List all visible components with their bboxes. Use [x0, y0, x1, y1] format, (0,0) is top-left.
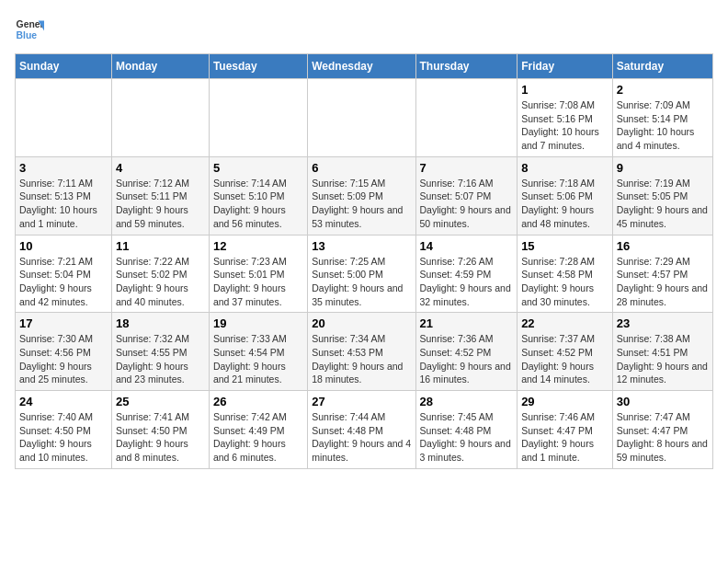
day-cell: 17Sunrise: 7:30 AMSunset: 4:56 PMDayligh… — [16, 313, 112, 391]
day-cell: 23Sunrise: 7:38 AMSunset: 4:51 PMDayligh… — [612, 313, 712, 391]
logo-icon: General Blue — [15, 15, 44, 44]
calendar-table: SundayMondayTuesdayWednesdayThursdayFrid… — [15, 53, 713, 469]
day-cell: 14Sunrise: 7:26 AMSunset: 4:59 PMDayligh… — [415, 235, 518, 313]
day-info: Sunrise: 7:42 AMSunset: 4:49 PMDaylight:… — [213, 410, 303, 465]
day-info: Sunrise: 7:14 AMSunset: 5:10 PMDaylight:… — [213, 177, 303, 231]
day-cell: 30Sunrise: 7:47 AMSunset: 4:47 PMDayligh… — [612, 391, 712, 469]
day-cell: 5Sunrise: 7:14 AMSunset: 5:10 PMDaylight… — [209, 156, 307, 235]
day-info: Sunrise: 7:15 AMSunset: 5:09 PMDaylight:… — [312, 177, 411, 231]
day-cell: 27Sunrise: 7:44 AMSunset: 4:48 PMDayligh… — [308, 391, 415, 469]
day-number: 7 — [420, 161, 514, 175]
day-number: 17 — [19, 316, 108, 330]
header-monday: Monday — [111, 54, 209, 79]
header-saturday: Saturday — [612, 54, 712, 79]
day-cell: 6Sunrise: 7:15 AMSunset: 5:09 PMDaylight… — [308, 156, 415, 235]
header-wednesday: Wednesday — [308, 54, 415, 79]
calendar-body: 1Sunrise: 7:08 AMSunset: 5:16 PMDaylight… — [16, 79, 713, 469]
day-cell: 7Sunrise: 7:16 AMSunset: 5:07 PMDaylight… — [415, 156, 518, 235]
day-cell: 29Sunrise: 7:46 AMSunset: 4:47 PMDayligh… — [518, 391, 613, 469]
day-info: Sunrise: 7:37 AMSunset: 4:52 PMDaylight:… — [521, 332, 609, 386]
day-number: 4 — [116, 161, 205, 175]
day-info: Sunrise: 7:32 AMSunset: 4:55 PMDaylight:… — [116, 332, 205, 386]
day-info: Sunrise: 7:26 AMSunset: 4:59 PMDaylight:… — [420, 255, 514, 309]
day-cell: 3Sunrise: 7:11 AMSunset: 5:13 PMDaylight… — [16, 156, 112, 235]
day-info: Sunrise: 7:19 AMSunset: 5:05 PMDaylight:… — [617, 177, 709, 231]
day-number: 26 — [213, 395, 303, 408]
day-cell: 24Sunrise: 7:40 AMSunset: 4:50 PMDayligh… — [16, 391, 112, 469]
day-info: Sunrise: 7:33 AMSunset: 4:54 PMDaylight:… — [213, 332, 303, 386]
day-info: Sunrise: 7:36 AMSunset: 4:52 PMDaylight:… — [420, 332, 514, 386]
day-info: Sunrise: 7:45 AMSunset: 4:48 PMDaylight:… — [420, 410, 514, 465]
header-thursday: Thursday — [415, 54, 518, 79]
day-info: Sunrise: 7:47 AMSunset: 4:47 PMDaylight:… — [617, 410, 709, 465]
day-number: 8 — [521, 161, 609, 175]
day-cell: 28Sunrise: 7:45 AMSunset: 4:48 PMDayligh… — [415, 391, 518, 469]
week-row-1: 1Sunrise: 7:08 AMSunset: 5:16 PMDaylight… — [16, 79, 713, 157]
day-cell — [415, 79, 518, 157]
day-number: 13 — [312, 239, 411, 253]
day-info: Sunrise: 7:12 AMSunset: 5:11 PMDaylight:… — [116, 177, 205, 231]
day-info: Sunrise: 7:40 AMSunset: 4:50 PMDaylight:… — [19, 410, 108, 465]
day-cell: 11Sunrise: 7:22 AMSunset: 5:02 PMDayligh… — [111, 235, 209, 313]
day-number: 14 — [420, 239, 514, 253]
day-cell: 16Sunrise: 7:29 AMSunset: 4:57 PMDayligh… — [612, 235, 712, 313]
day-cell: 4Sunrise: 7:12 AMSunset: 5:11 PMDaylight… — [111, 156, 209, 235]
header-friday: Friday — [518, 54, 613, 79]
day-cell: 13Sunrise: 7:25 AMSunset: 5:00 PMDayligh… — [308, 235, 415, 313]
day-info: Sunrise: 7:22 AMSunset: 5:02 PMDaylight:… — [116, 255, 205, 309]
day-cell: 18Sunrise: 7:32 AMSunset: 4:55 PMDayligh… — [111, 313, 209, 391]
day-info: Sunrise: 7:28 AMSunset: 4:58 PMDaylight:… — [521, 255, 609, 309]
day-number: 28 — [420, 395, 514, 408]
day-number: 30 — [617, 395, 709, 408]
day-info: Sunrise: 7:23 AMSunset: 5:01 PMDaylight:… — [213, 255, 303, 309]
day-info: Sunrise: 7:46 AMSunset: 4:47 PMDaylight:… — [521, 410, 609, 465]
day-number: 5 — [213, 161, 303, 175]
day-number: 27 — [312, 395, 411, 408]
day-number: 9 — [617, 161, 709, 175]
day-info: Sunrise: 7:18 AMSunset: 5:06 PMDaylight:… — [521, 177, 609, 231]
day-info: Sunrise: 7:34 AMSunset: 4:53 PMDaylight:… — [312, 332, 411, 386]
day-number: 18 — [116, 316, 205, 330]
day-number: 1 — [521, 83, 609, 97]
logo: General Blue — [15, 15, 48, 44]
day-info: Sunrise: 7:30 AMSunset: 4:56 PMDaylight:… — [19, 332, 108, 386]
day-number: 16 — [617, 239, 709, 253]
svg-text:Blue: Blue — [17, 30, 38, 40]
day-cell: 15Sunrise: 7:28 AMSunset: 4:58 PMDayligh… — [518, 235, 613, 313]
header-tuesday: Tuesday — [209, 54, 307, 79]
day-cell: 22Sunrise: 7:37 AMSunset: 4:52 PMDayligh… — [518, 313, 613, 391]
header-sunday: Sunday — [16, 54, 112, 79]
day-cell: 2Sunrise: 7:09 AMSunset: 5:14 PMDaylight… — [612, 79, 712, 157]
day-cell — [308, 79, 415, 157]
day-number: 15 — [521, 239, 609, 253]
day-info: Sunrise: 7:08 AMSunset: 5:16 PMDaylight:… — [521, 98, 609, 153]
day-cell: 1Sunrise: 7:08 AMSunset: 5:16 PMDaylight… — [518, 79, 613, 157]
header: General Blue — [15, 15, 713, 44]
day-info: Sunrise: 7:25 AMSunset: 5:00 PMDaylight:… — [312, 255, 411, 309]
day-info: Sunrise: 7:29 AMSunset: 4:57 PMDaylight:… — [617, 255, 709, 309]
day-cell — [209, 79, 307, 157]
day-info: Sunrise: 7:21 AMSunset: 5:04 PMDaylight:… — [19, 255, 108, 309]
day-number: 22 — [521, 316, 609, 330]
header-row: SundayMondayTuesdayWednesdayThursdayFrid… — [16, 54, 713, 79]
day-cell: 25Sunrise: 7:41 AMSunset: 4:50 PMDayligh… — [111, 391, 209, 469]
day-number: 25 — [116, 395, 205, 408]
day-cell — [111, 79, 209, 157]
day-info: Sunrise: 7:16 AMSunset: 5:07 PMDaylight:… — [420, 177, 514, 231]
day-number: 24 — [19, 395, 108, 408]
day-cell: 19Sunrise: 7:33 AMSunset: 4:54 PMDayligh… — [209, 313, 307, 391]
day-cell: 12Sunrise: 7:23 AMSunset: 5:01 PMDayligh… — [209, 235, 307, 313]
day-info: Sunrise: 7:09 AMSunset: 5:14 PMDaylight:… — [617, 98, 709, 153]
week-row-3: 10Sunrise: 7:21 AMSunset: 5:04 PMDayligh… — [16, 235, 713, 313]
day-number: 2 — [617, 83, 709, 97]
day-info: Sunrise: 7:41 AMSunset: 4:50 PMDaylight:… — [116, 410, 205, 465]
day-cell: 10Sunrise: 7:21 AMSunset: 5:04 PMDayligh… — [16, 235, 112, 313]
day-cell: 20Sunrise: 7:34 AMSunset: 4:53 PMDayligh… — [308, 313, 415, 391]
day-cell — [16, 79, 112, 157]
day-info: Sunrise: 7:11 AMSunset: 5:13 PMDaylight:… — [19, 177, 108, 231]
week-row-5: 24Sunrise: 7:40 AMSunset: 4:50 PMDayligh… — [16, 391, 713, 469]
day-cell: 21Sunrise: 7:36 AMSunset: 4:52 PMDayligh… — [415, 313, 518, 391]
day-number: 20 — [312, 316, 411, 330]
day-number: 21 — [420, 316, 514, 330]
day-cell: 8Sunrise: 7:18 AMSunset: 5:06 PMDaylight… — [518, 156, 613, 235]
